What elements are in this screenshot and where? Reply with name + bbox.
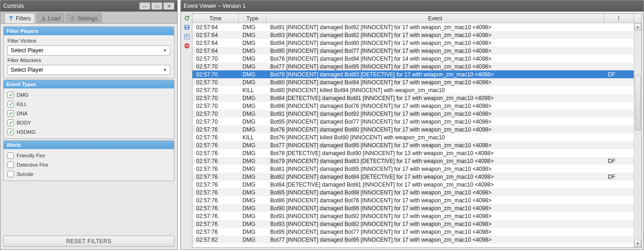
viewer-toolbar — [183, 13, 191, 248]
table-row[interactable]: 02:57:76KILLBot76 [INNOCENT] killed Bot8… — [192, 133, 634, 141]
alerts-header: Alerts — [4, 141, 174, 149]
cell-time: 02:57:64 — [192, 48, 239, 54]
cell-time: 02:57:70 — [192, 79, 239, 86]
cell-event: Bot95 [INNOCENT] damaged Bot77 [INNOCENT… — [266, 229, 604, 235]
table-row[interactable]: 02:57:76DMGBot85 [INNOCENT] damaged Bot8… — [192, 188, 634, 196]
close-button[interactable]: ✕ — [163, 2, 174, 10]
table-row[interactable]: 02:57:76DMGBot81 [INNOCENT] damaged Bot8… — [192, 165, 634, 173]
table-row[interactable]: 02:57:76DMGBot93 [INNOCENT] damaged Bot8… — [192, 220, 634, 228]
event-type-checkbox[interactable] — [7, 119, 14, 126]
cell-time: 02:57:70 — [192, 56, 239, 62]
cell-event: Bot84 [DETECTIVE] damaged Bot81 [INNOCEN… — [266, 181, 604, 188]
cell-event: Bot86 [INNOCENT] damaged Bot76 [INNOCENT… — [266, 197, 604, 204]
cell-event: Bot76 [INNOCENT] killed Bot80 [INNOCENT]… — [266, 134, 604, 141]
table-row[interactable]: 02:57:64DMGBot94 [INNOCENT] damaged Bot8… — [192, 39, 634, 47]
filter-attackers-combo[interactable]: Select Player ▼ — [7, 65, 170, 75]
event-type-label: DNA — [17, 111, 27, 116]
scroll-down-button[interactable]: ▼ — [634, 240, 641, 247]
cell-type: DMG — [239, 205, 266, 212]
table-row[interactable]: 02:57:70DMGBot91 [INNOCENT] damaged Bot9… — [192, 110, 634, 118]
column-type[interactable]: Type — [239, 14, 266, 23]
event-viewer-window: Event Viewer – Version 1 Time Type Event… — [180, 0, 644, 250]
table-row[interactable]: 02:57:76DMGBot86 [INNOCENT] damaged Bot7… — [192, 196, 634, 204]
event-type-row: BODY — [7, 119, 170, 126]
table-row[interactable]: 02:57:70DMGBot86 [INNOCENT] damaged Bot7… — [192, 102, 634, 110]
table-row[interactable]: 02:57:76DMGBot76 [INNOCENT] damaged Bot8… — [192, 125, 634, 133]
controls-title: Controls — [3, 3, 139, 9]
cell-event: Bot94 [INNOCENT] damaged Bot80 [INNOCENT… — [266, 40, 604, 46]
alert-label: Suicide — [17, 171, 33, 177]
table-row[interactable]: 02:57:64DMGBot95 [INNOCENT] damaged Bot7… — [192, 47, 634, 55]
minimize-button[interactable]: — — [139, 2, 150, 10]
event-type-checkbox[interactable] — [7, 101, 14, 107]
cell-event: Bot95 [INNOCENT] damaged Bot77 [INNOCENT… — [266, 48, 604, 54]
scroll-up-button[interactable]: ▲ — [634, 23, 641, 31]
tab-filters[interactable]: Filters — [4, 13, 35, 23]
controls-window: Controls — ▭ ✕ Filters Load Settings Fil… — [0, 0, 178, 250]
table-row[interactable]: 02:57:70DMGBot76 [INNOCENT] damaged Bot9… — [192, 55, 634, 62]
cell-type: DMG — [239, 126, 266, 133]
filter-icon — [8, 16, 14, 21]
tab-settings[interactable]: Settings — [66, 13, 101, 23]
refresh-button[interactable] — [183, 14, 191, 22]
grid-rows[interactable]: 02:57:64DMGBot91 [INNOCENT] damaged Bot9… — [192, 23, 634, 247]
column-flag[interactable]: ! — [604, 14, 634, 23]
column-event[interactable]: Event — [266, 14, 604, 23]
alert-checkbox[interactable] — [7, 162, 14, 168]
cell-type: DMG — [239, 181, 266, 188]
reset-filters-button[interactable]: RESET FILTERS — [3, 236, 174, 247]
table-row[interactable]: 02:57:70DMGBot95 [INNOCENT] damaged Bot7… — [192, 118, 634, 125]
vertical-scrollbar[interactable]: ▲ ▼ — [634, 23, 641, 247]
cell-type: DMG — [239, 32, 266, 38]
cell-time: 02:57:76 — [192, 213, 239, 219]
event-types-group: Event Types DMGKILLDNABODYHSDMG — [3, 80, 174, 139]
event-type-checkbox[interactable] — [7, 129, 14, 135]
table-row[interactable]: 02:57:76DMGBot91 [INNOCENT] damaged Bot9… — [192, 212, 634, 220]
cell-time: 02:57:76 — [192, 181, 239, 188]
cell-time: 02:57:70 — [192, 95, 239, 101]
event-type-checkbox[interactable] — [7, 92, 14, 98]
table-row[interactable]: 02:57:64DMGBot91 [INNOCENT] damaged Bot9… — [192, 23, 634, 31]
cell-type: DMG — [239, 213, 266, 219]
delete-button[interactable] — [183, 42, 191, 50]
open-button[interactable] — [183, 33, 191, 40]
table-row[interactable]: 02:57:76DMGBot82 [INNOCENT] damaged Bot8… — [192, 173, 634, 181]
maximize-button[interactable]: ▭ — [151, 2, 162, 10]
cell-time: 02:57:76 — [192, 134, 239, 141]
table-row[interactable]: 02:57:76DMGBot84 [DETECTIVE] damaged Bot… — [192, 181, 634, 188]
cell-time: 02:57:82 — [192, 237, 239, 243]
event-type-row: DMG — [7, 91, 170, 99]
cell-event: Bot84 [DETECTIVE] damaged Bot81 [INNOCEN… — [266, 95, 604, 101]
tab-load[interactable]: Load — [37, 13, 65, 23]
table-row[interactable]: 02:57:70KILLBot80 [INNOCENT] killed Bot9… — [192, 86, 634, 94]
table-row[interactable]: 02:57:76DMGBot79 [INNOCENT] damaged Bot8… — [192, 157, 634, 165]
chevron-down-icon: ▼ — [163, 68, 167, 72]
table-row[interactable]: 02:57:64DMGBot93 [INNOCENT] damaged Bot8… — [192, 31, 634, 39]
table-row[interactable]: 02:57:82DMGBot77 [INNOCENT] damaged Bot9… — [192, 236, 634, 244]
event-type-checkbox[interactable] — [7, 110, 14, 117]
alert-checkbox[interactable] — [7, 152, 14, 159]
table-row[interactable]: 02:57:76DMGBot77 [INNOCENT] damaged Bot9… — [192, 141, 634, 149]
cell-time: 02:57:76 — [192, 197, 239, 204]
viewer-body: Time Type Event ! 02:57:64DMGBot91 [INNO… — [181, 12, 644, 250]
cell-type: DMG — [239, 24, 266, 31]
controls-tabbar: Filters Load Settings — [0, 12, 177, 24]
table-row[interactable]: 02:57:76DMGBot95 [INNOCENT] damaged Bot7… — [192, 228, 634, 236]
save-button[interactable] — [183, 24, 191, 31]
alert-row: Suicide — [7, 170, 170, 178]
column-time[interactable]: Time — [192, 14, 239, 23]
controls-titlebar: Controls — ▭ ✕ — [0, 0, 177, 12]
scroll-thumb[interactable] — [635, 75, 641, 131]
table-row[interactable]: 02:57:76DMGBot90 [INNOCENT] damaged Bot8… — [192, 204, 634, 212]
scroll-track[interactable] — [634, 31, 641, 240]
table-row[interactable]: 02:57:70DMGBot79 [INNOCENT] damaged Bot8… — [192, 70, 634, 78]
cell-time: 02:57:76 — [192, 205, 239, 212]
cell-flag: DF — [604, 174, 634, 180]
table-row[interactable]: 02:57:76DMGBot78 [DETECTIVE] damaged Bot… — [192, 149, 634, 157]
alert-checkbox[interactable] — [7, 171, 14, 177]
table-row[interactable]: 02:57:70DMGBot84 [DETECTIVE] damaged Bot… — [192, 94, 634, 102]
filter-victims-combo[interactable]: Select Player ▼ — [7, 45, 170, 56]
table-row[interactable]: 02:57:70DMGBot77 [INNOCENT] damaged Bot9… — [192, 62, 634, 70]
cell-type: DMG — [239, 229, 266, 235]
table-row[interactable]: 02:57:70DMGBot80 [INNOCENT] damaged Bot9… — [192, 78, 634, 86]
